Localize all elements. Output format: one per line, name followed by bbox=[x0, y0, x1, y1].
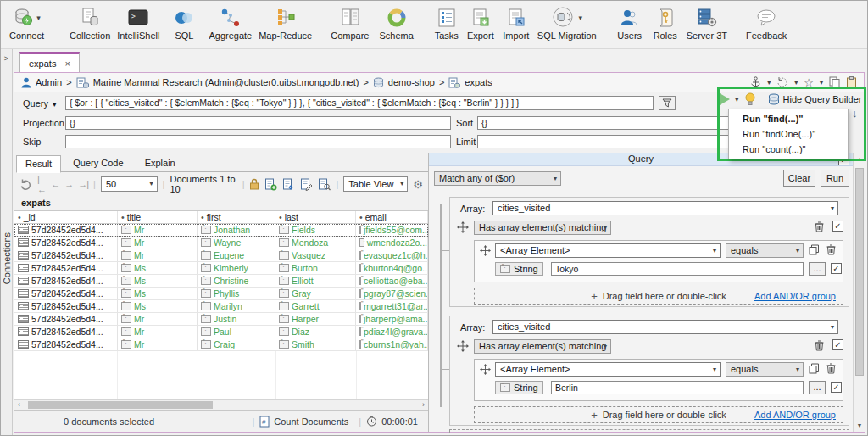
explain-bulb-icon[interactable] bbox=[744, 92, 756, 106]
connections-rail-label[interactable]: Connections bbox=[2, 232, 12, 284]
connections-expand-button[interactable]: > bbox=[1, 54, 12, 63]
tab-query-code[interactable]: Query Code bbox=[64, 154, 132, 172]
table-row[interactable]: 57d28452ed5d4... Mr Paul Diaz pdiaz4l@gr… bbox=[14, 326, 428, 338]
breadcrumb-collection[interactable]: expats bbox=[465, 77, 492, 87]
sql-migration-dropdown-caret-icon[interactable]: ▾ bbox=[578, 14, 582, 22]
duplicate-icon[interactable] bbox=[809, 363, 820, 374]
run-options-caret-icon[interactable]: ▾ bbox=[735, 95, 739, 103]
move-handle-icon[interactable] bbox=[457, 340, 469, 352]
trash-icon[interactable] bbox=[826, 243, 837, 255]
page-size-select[interactable]: 50 bbox=[101, 176, 158, 192]
value-input[interactable]: Tokyo bbox=[551, 262, 804, 276]
duplicate-icon[interactable] bbox=[809, 244, 820, 255]
criteria-enabled-checkbox[interactable] bbox=[831, 263, 842, 274]
query-input[interactable]: { $or : [ { "cities_visited" : { $elemMa… bbox=[65, 96, 654, 110]
toolbar-item-sql-migration[interactable]: ▾ SQL Migration bbox=[537, 5, 597, 41]
value-input[interactable]: Berlin bbox=[551, 381, 804, 394]
condition-enabled-checkbox[interactable] bbox=[832, 339, 843, 350]
column-header-last[interactable]: •last bbox=[275, 211, 356, 223]
projection-input[interactable]: {} bbox=[65, 116, 451, 130]
move-handle-icon[interactable] bbox=[480, 245, 491, 256]
column-header-title[interactable]: •title bbox=[118, 211, 198, 223]
add-and-or-group-link[interactable]: Add AND/OR group bbox=[754, 410, 836, 420]
settings-gear-icon[interactable]: ⚙ bbox=[413, 178, 423, 191]
tab-close-icon[interactable]: × bbox=[64, 59, 70, 69]
first-page-icon[interactable]: |← bbox=[37, 174, 46, 194]
trash-icon[interactable] bbox=[826, 362, 837, 374]
clear-button[interactable]: Clear bbox=[783, 170, 815, 187]
next-group-drop-zone[interactable] bbox=[449, 429, 849, 433]
column-header-first[interactable]: •first bbox=[198, 211, 275, 223]
toolbar-item-roles[interactable]: Roles bbox=[651, 5, 680, 41]
run-button[interactable]: Run bbox=[821, 170, 849, 187]
vertical-scroll-thumb[interactable] bbox=[855, 168, 864, 376]
field-combo[interactable]: <Array Element> bbox=[495, 243, 721, 258]
match-type-select[interactable]: Match any of ($or) bbox=[434, 171, 561, 186]
edit-document-icon[interactable] bbox=[300, 178, 313, 191]
favorite-caret-icon[interactable]: ▾ bbox=[820, 79, 823, 87]
replace-document-icon[interactable] bbox=[282, 178, 295, 191]
menu-item-run-find[interactable]: Run "find(...)" bbox=[729, 111, 848, 126]
move-handle-icon[interactable] bbox=[457, 221, 469, 233]
tab-explain[interactable]: Explain bbox=[136, 154, 185, 172]
last-page-icon[interactable]: →| bbox=[78, 179, 88, 189]
connect-dropdown-caret-icon[interactable]: ▾ bbox=[36, 14, 41, 22]
query-builder-toggle-button[interactable] bbox=[659, 96, 676, 110]
field-combo[interactable]: <Array Element> bbox=[495, 362, 721, 377]
toolbar-item-schema[interactable]: Schema bbox=[379, 5, 413, 41]
lock-icon[interactable] bbox=[249, 178, 259, 190]
add-and-or-group-link[interactable]: Add AND/OR group bbox=[754, 291, 836, 301]
condition-enabled-checkbox[interactable] bbox=[832, 221, 843, 232]
table-row[interactable]: 57d28452ed5d4... Mr Craig Smith cburns1n… bbox=[14, 338, 428, 351]
toolbar-item-sql[interactable]: SQL bbox=[170, 5, 198, 41]
toolbar-item-export[interactable]: Export bbox=[466, 5, 495, 41]
add-document-icon[interactable] bbox=[264, 178, 277, 191]
toolbar-item-server-3t[interactable]: Server 3T bbox=[687, 5, 727, 41]
history-caret-icon[interactable]: ▾ bbox=[794, 79, 798, 87]
table-row[interactable]: 57d28452ed5d4... Mr Jonathan Fields jfie… bbox=[14, 224, 428, 237]
tab-result[interactable]: Result bbox=[16, 155, 61, 173]
operator-select[interactable]: equals bbox=[726, 243, 804, 258]
value-options-button[interactable]: ... bbox=[809, 381, 826, 394]
skip-input[interactable] bbox=[65, 135, 451, 148]
hide-query-builder-button[interactable]: Hide Query Builder bbox=[768, 93, 862, 105]
toolbar-item-intellishell[interactable]: >_ IntelliShell bbox=[117, 5, 159, 41]
next-page-icon[interactable]: → bbox=[64, 179, 73, 189]
descending-arrow-icon[interactable]: ↓ bbox=[852, 107, 858, 120]
breadcrumb-server[interactable]: Marine Mammal Research (Admin@cluster0.u… bbox=[93, 77, 359, 87]
tab-expats[interactable]: expats × bbox=[19, 52, 80, 73]
toolbar-item-collection[interactable]: Collection bbox=[70, 5, 110, 41]
table-row[interactable]: 57d28452ed5d4... Ms Christine Elliott ce… bbox=[14, 275, 428, 288]
move-handle-icon[interactable] bbox=[480, 364, 491, 375]
column-header-email[interactable]: •email bbox=[356, 211, 428, 223]
scroll-left-icon[interactable]: ‹ bbox=[18, 400, 20, 409]
breadcrumb-user[interactable]: Admin bbox=[36, 77, 62, 87]
condition-select[interactable]: Has array element(s) matching bbox=[474, 339, 611, 354]
breadcrumb-database[interactable]: demo-shop bbox=[388, 77, 435, 87]
run-query-button[interactable] bbox=[720, 93, 730, 105]
operator-select[interactable]: equals bbox=[726, 362, 804, 377]
array-field-combo[interactable]: cities_visited bbox=[492, 201, 838, 215]
toolbar-item-feedback[interactable]: Feedback bbox=[746, 5, 787, 41]
horizontal-scrollbar[interactable]: ‹ › bbox=[14, 399, 428, 410]
horizontal-scroll-thumb[interactable] bbox=[28, 401, 213, 409]
prev-page-icon[interactable]: ← bbox=[51, 179, 59, 189]
query-caret-icon[interactable]: ▾ bbox=[53, 100, 57, 109]
criteria-enabled-checkbox[interactable] bbox=[831, 382, 842, 393]
drag-drop-zone[interactable]: + Drag field here or double-click Add AN… bbox=[474, 288, 843, 305]
scroll-down-icon[interactable]: ▼ bbox=[854, 419, 865, 432]
condition-select[interactable]: Has array element(s) matching bbox=[474, 221, 611, 235]
toolbar-item-users[interactable]: Users bbox=[615, 5, 644, 41]
toolbar-item-tasks[interactable]: Tasks bbox=[432, 5, 461, 41]
table-row[interactable]: 57d28452ed5d4... Ms Phyllis Gray pgray87… bbox=[14, 288, 428, 300]
trash-icon[interactable] bbox=[814, 339, 825, 351]
scroll-right-icon[interactable]: › bbox=[422, 400, 425, 409]
toolbar-item-import[interactable]: Import bbox=[502, 5, 531, 41]
toolbar-item-compare[interactable]: Compare bbox=[331, 5, 369, 41]
menu-item-run-count[interactable]: Run "count(...)" bbox=[729, 142, 848, 157]
table-row[interactable]: 57d28452ed5d4... Mr Eugene Vasquez evasq… bbox=[14, 249, 428, 262]
toolbar-item-map-reduce[interactable]: Map-Reduce bbox=[259, 5, 312, 41]
drag-drop-zone[interactable]: + Drag field here or double-click Add AN… bbox=[474, 406, 843, 423]
value-type-chip[interactable]: String bbox=[495, 381, 543, 394]
value-options-button[interactable]: ... bbox=[809, 262, 826, 276]
